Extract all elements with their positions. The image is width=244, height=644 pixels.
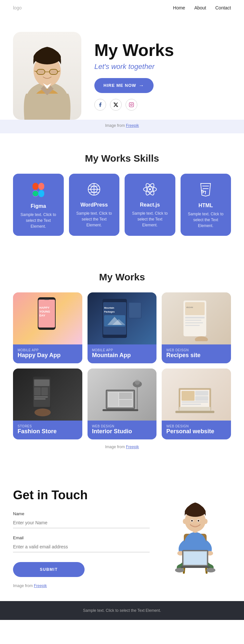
- work-card-mountain[interactable]: Mountain Packages MOBILE APP Mountain Ap…: [88, 292, 157, 363]
- svg-rect-73: [195, 396, 208, 401]
- svg-rect-74: [182, 401, 208, 403]
- work-name-3: Recipes site: [166, 352, 226, 359]
- svg-rect-46: [185, 325, 200, 326]
- skill-desc-html: Sample text. Click to select the Text El…: [186, 211, 226, 229]
- svg-text:DAY: DAY: [39, 314, 45, 317]
- work-tag-6: WEB DESIGN: [166, 424, 226, 428]
- work-overlay-6: WEB DESIGN Personal website: [162, 421, 231, 439]
- work-card-personal[interactable]: WEB DESIGN Personal website: [162, 369, 231, 439]
- work-name-5: Interior Studio: [92, 428, 152, 435]
- contact-credit-link[interactable]: Freepik: [34, 584, 47, 588]
- svg-rect-50: [34, 380, 49, 386]
- work-tag-5: WEB DESIGN: [92, 424, 152, 428]
- skill-card-react[interactable]: React.js Sample text. Click to select th…: [125, 174, 175, 236]
- svg-rect-10: [129, 102, 133, 107]
- hero-section: My Works Let's work together HIRE ME NOW…: [0, 16, 244, 120]
- hero-subtitle: Let's work together: [94, 62, 231, 71]
- work-overlay-3: WEB DEISGN Recipes site: [162, 344, 231, 363]
- hero-image: [13, 32, 81, 120]
- navbar: logo Home About Contact: [0, 0, 244, 16]
- skills-title: My Works Skills: [13, 153, 231, 164]
- hero-credit-link[interactable]: Freepik: [126, 123, 139, 128]
- svg-rect-5: [37, 69, 45, 74]
- svg-rect-44: [185, 320, 201, 321]
- svg-rect-77: [179, 407, 210, 411]
- svg-rect-14: [38, 183, 44, 190]
- works-credit-link[interactable]: Freepik: [126, 445, 139, 449]
- email-input[interactable]: [13, 542, 150, 552]
- work-card-fashion[interactable]: STORES Fashion Store: [13, 369, 82, 439]
- work-card-recipes[interactable]: VEGAN WEB DEISGN Recipes site: [162, 292, 231, 363]
- svg-text:VEGAN: VEGAN: [186, 306, 193, 308]
- facebook-icon[interactable]: [94, 99, 106, 111]
- svg-rect-6: [49, 69, 58, 74]
- svg-text:YOUNG: YOUNG: [39, 310, 50, 313]
- work-name-2: Mountain App: [92, 352, 152, 359]
- skill-name-figma: Figma: [18, 203, 59, 209]
- work-thumb-5: [88, 369, 157, 421]
- svg-rect-39: [129, 303, 141, 318]
- work-thumb-1: HAPPY YOUNG DAY: [13, 292, 82, 344]
- submit-button[interactable]: SUBMIT: [13, 562, 85, 577]
- svg-rect-26: [38, 300, 55, 328]
- hire-me-button[interactable]: HIRE ME NOW →: [94, 78, 154, 93]
- contact-section: Get in Touch Name Email SUBMIT Image fro…: [0, 469, 244, 601]
- works-credit: Image from Freepik: [13, 445, 231, 449]
- footer-text: Sample text. Click to select the Text El…: [13, 608, 231, 613]
- instagram-icon[interactable]: [126, 99, 137, 111]
- svg-rect-54: [34, 398, 46, 399]
- person-illustration: [16, 35, 78, 120]
- footer: Sample text. Click to select the Text El…: [0, 601, 244, 620]
- contact-title: Get in Touch: [13, 488, 150, 502]
- contact-person-svg: [163, 488, 228, 579]
- svg-rect-93: [181, 566, 210, 568]
- svg-point-66: [135, 380, 140, 385]
- nav-contact[interactable]: Contact: [215, 5, 231, 10]
- twitter-x-icon[interactable]: [110, 99, 122, 111]
- svg-rect-92: [184, 552, 206, 564]
- nav-home[interactable]: Home: [173, 5, 185, 10]
- svg-point-100: [198, 520, 199, 522]
- work-overlay-5: WEB DESIGN Interior Studio: [88, 421, 157, 439]
- nav-about[interactable]: About: [194, 5, 206, 10]
- figma-icon: [18, 183, 59, 200]
- work-card-interior[interactable]: WEB DESIGN Interior Studio: [88, 369, 157, 439]
- works-grid: HAPPY YOUNG DAY MOBILE APP Happy Day App…: [13, 292, 231, 439]
- svg-rect-62: [119, 400, 132, 406]
- svg-point-23: [149, 188, 151, 190]
- svg-text:Mountain: Mountain: [104, 307, 114, 309]
- work-tag-2: MOBILE APP: [92, 348, 152, 352]
- svg-rect-52: [41, 387, 48, 396]
- skill-card-wordpress[interactable]: WordPress Sample text. Click to select t…: [69, 174, 120, 236]
- nav-links: Home About Contact: [173, 5, 231, 10]
- contact-credit: Image from Freepik: [13, 584, 150, 588]
- svg-rect-60: [109, 393, 118, 406]
- html-icon: 5: [186, 183, 226, 199]
- work-name-6: Personal website: [166, 428, 226, 435]
- svg-point-11: [130, 104, 132, 105]
- email-form-group: Email: [13, 535, 150, 552]
- svg-rect-41: [185, 302, 205, 315]
- work-overlay-2: MOBILE APP Mountain App: [88, 344, 157, 363]
- svg-point-99: [191, 520, 193, 522]
- works-title: My Works: [13, 272, 231, 283]
- work-card-happy-day[interactable]: HAPPY YOUNG DAY MOBILE APP Happy Day App: [13, 292, 82, 363]
- svg-point-47: [195, 336, 208, 341]
- svg-point-84: [206, 568, 215, 572]
- svg-rect-13: [33, 183, 38, 190]
- svg-rect-45: [185, 322, 203, 323]
- name-input[interactable]: [13, 517, 150, 528]
- name-label: Name: [13, 511, 150, 516]
- svg-rect-53: [34, 396, 48, 397]
- react-icon: [130, 183, 170, 199]
- skill-card-html[interactable]: 5 HTML Sample text. Click to select the …: [181, 174, 231, 236]
- skill-card-figma[interactable]: Figma Sample text. Click to select the T…: [13, 174, 64, 236]
- work-thumb-6: [162, 369, 231, 421]
- svg-rect-30: [44, 299, 49, 300]
- work-name-4: Fashion Store: [18, 428, 78, 435]
- svg-point-17: [33, 191, 38, 196]
- work-thumb-4: [13, 369, 82, 421]
- svg-rect-71: [182, 391, 195, 401]
- skill-desc-wp: Sample text. Click to select the Text El…: [74, 210, 115, 228]
- name-form-group: Name: [13, 511, 150, 528]
